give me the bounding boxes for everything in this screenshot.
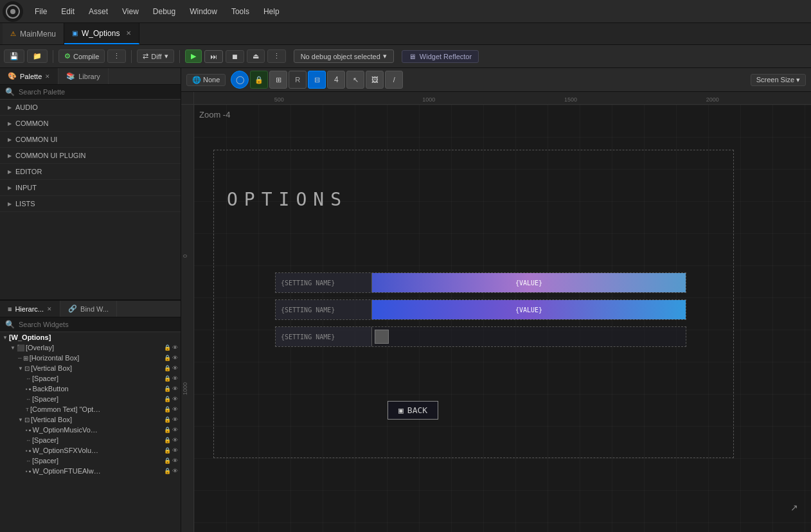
toolbar-separator-2 (131, 50, 132, 63)
palette-search-input[interactable] (19, 88, 175, 96)
widget-reflector-button[interactable]: 🖥 Widget Reflector (402, 50, 479, 63)
hier-item-spacer-4[interactable]: ↔ [Spacer] 🔒 👁 (0, 456, 181, 466)
hier-item-spacer-3[interactable]: ↔ [Spacer] 🔒 👁 (0, 435, 181, 445)
tab-close-icon[interactable]: ✕ (126, 30, 131, 37)
hier-item-overlay[interactable]: ▼ ⬛ [Overlay] 🔒 👁 (0, 342, 181, 353)
options-title: OPTIONS (227, 189, 348, 210)
palette-item-common-ui-plugin[interactable]: ▶ COMMON UI PLUGIN (0, 148, 181, 164)
search-icon: 🔍 (5, 320, 15, 329)
menu-window[interactable]: Window (183, 4, 224, 19)
resize-handle[interactable]: ↗ (790, 502, 798, 513)
lock-icon: 🔒 (164, 344, 171, 351)
tab-bind-widgets[interactable]: 🔗 Bind W... (60, 301, 117, 317)
menu-file[interactable]: File (28, 4, 53, 19)
palette-item-common[interactable]: ▶ COMMON (0, 116, 181, 132)
palette-item-input[interactable]: ▶ INPUT (0, 180, 181, 196)
save-button[interactable]: 💾 (4, 49, 24, 63)
debug-arrow-icon: ▾ (383, 52, 387, 60)
hier-item-spacer-2[interactable]: ↔ [Spacer] 🔒 👁 (0, 394, 181, 404)
tab-hierarchy[interactable]: ≡ Hierarc... ✕ (0, 301, 60, 317)
setting-name-3: {SETTING NAME} (276, 327, 372, 346)
r-button[interactable]: R (289, 71, 307, 89)
canvas-viewport[interactable]: Zoom -4 OPTIONS {SETTING NAME} {VALUE} {… (194, 105, 811, 532)
menu-help[interactable]: Help (257, 4, 286, 19)
palette-panel: 🎨 Palette ✕ 📚 Library 🔍 ▶ AUDIO (0, 68, 181, 301)
menu-asset[interactable]: Asset (82, 4, 114, 19)
circle-mode-button[interactable]: ◯ (231, 71, 249, 89)
tab-main-menu[interactable]: ⚠ MainMenu (3, 23, 64, 44)
hier-item-label: [Vertical Box] (31, 364, 72, 372)
hier-item-label: [W_Options] (9, 333, 51, 341)
tab-w-options[interactable]: ▣ W_Options ✕ (64, 23, 139, 44)
hier-item-label: [Spacer] (32, 375, 58, 382)
palette-item-label: AUDIO (15, 103, 38, 111)
compile-icon: ⚙ (64, 52, 71, 60)
palette-icon: 🎨 (8, 72, 17, 80)
hier-item-horizontal-box[interactable]: ─ ⊞ [Horizontal Box] 🔒 👁 (0, 353, 181, 363)
eject-button[interactable]: ⏏ (247, 49, 265, 63)
palette-tab-label: Palette (20, 73, 42, 80)
expand-icon: ↔ (26, 376, 31, 382)
hier-item-vertical-box-1[interactable]: ▼ ⊡ [Vertical Box] 🔒 👁 (0, 363, 181, 373)
screen-size-button[interactable]: Screen Size ▾ (751, 74, 806, 86)
play-button[interactable]: ▶ (185, 49, 202, 63)
setting-name-1: {SETTING NAME} (276, 273, 372, 292)
palette-item-editor[interactable]: ▶ EDITOR (0, 164, 181, 180)
debug-selector[interactable]: No debug object selected ▾ (294, 49, 394, 63)
hier-item-vertical-box-2[interactable]: ▼ ⊡ [Vertical Box] 🔒 👁 (0, 414, 181, 425)
monitor-icon: 🖥 (409, 53, 416, 60)
hier-item-label: [Spacer] (32, 457, 58, 465)
diff-label: Diff (151, 53, 161, 60)
slash-button[interactable]: / (385, 71, 403, 89)
menu-debug[interactable]: Debug (147, 4, 182, 19)
diff-icon: ⇄ (143, 52, 148, 60)
lock-icon: 🔒 (164, 437, 171, 443)
back-button-widget[interactable]: ▣ BACK (388, 401, 438, 420)
diff-button[interactable]: ⇄ Diff ▾ (137, 49, 174, 63)
menu-tools[interactable]: Tools (225, 4, 256, 19)
hier-item-spacer-1[interactable]: ↔ [Spacer] 🔒 👁 (0, 373, 181, 384)
eye-icon: 👁 (172, 344, 178, 351)
compile-options-button[interactable]: ⋮ (107, 49, 126, 63)
menu-edit[interactable]: Edit (55, 4, 81, 19)
eye-icon: 👁 (172, 406, 178, 412)
hierarchy-tab-close[interactable]: ✕ (47, 306, 52, 312)
palette-item-lists[interactable]: ▶ LISTS (0, 196, 181, 212)
hier-item-w-option-sfx[interactable]: ▪ ▪ W_OptionSFXVolu… 🔒 👁 (0, 445, 181, 456)
hier-item-w-options[interactable]: ▼ [W_Options] (0, 332, 181, 342)
globe-none-button[interactable]: 🌐 None (186, 74, 226, 86)
layout-button[interactable]: ⊞ (269, 71, 287, 89)
palette-item-common-ui[interactable]: ▶ COMMON UI (0, 132, 181, 148)
expand-icon: ↔ (26, 438, 31, 443)
hier-item-common-text[interactable]: T [Common Text] "Opt… 🔒 👁 (0, 404, 181, 414)
arrow-icon: ▶ (8, 153, 12, 159)
menu-view[interactable]: View (116, 4, 145, 19)
cursor-button[interactable]: ↖ (346, 71, 364, 89)
expand-icon: ▪ (26, 386, 28, 392)
lock-button[interactable]: 🔒 (250, 71, 268, 89)
palette-tab-close[interactable]: ✕ (45, 73, 50, 80)
palette-tab-bar: 🎨 Palette ✕ 📚 Library (0, 68, 181, 85)
ruler-v-mark-1: 1000 (182, 382, 188, 395)
content-browser-button[interactable]: 📁 (27, 49, 48, 63)
hier-item-w-option-music[interactable]: ▪ ▪ W_OptionMusicVo… 🔒 👁 (0, 425, 181, 435)
hierarchy-search-input[interactable] (19, 321, 175, 328)
palette-list: ▶ AUDIO ▶ COMMON ▶ COMMON UI ▶ COMMON UI… (0, 100, 181, 299)
palette-item-label: INPUT (15, 184, 37, 191)
step-button[interactable]: ⏭ (204, 50, 223, 63)
tab-library[interactable]: 📚 Library (58, 68, 109, 84)
grid-button[interactable]: ⊟ (308, 71, 326, 89)
more-button[interactable]: ⋮ (267, 49, 286, 63)
palette-item-audio[interactable]: ▶ AUDIO (0, 100, 181, 116)
grid-number: 4 (327, 71, 345, 89)
palette-item-label: COMMON (15, 120, 48, 127)
compile-button[interactable]: ⚙ Compile (58, 49, 105, 63)
tab-palette[interactable]: 🎨 Palette ✕ (0, 68, 58, 84)
hier-item-w-option-ftue[interactable]: ▪ ▪ W_OptionFTUEAlw… 🔒 👁 (0, 466, 181, 476)
stop-button[interactable]: ⏹ (226, 50, 244, 63)
toolbar-separator-1 (53, 50, 53, 63)
hierarchy-list: ▼ [W_Options] ▼ ⬛ [Overlay] 🔒 👁 ─ ⊞ [Hor… (0, 332, 181, 532)
eye-icon: 👁 (172, 457, 178, 464)
hier-item-back-button[interactable]: ▪ ▪ BackButton 🔒 👁 (0, 384, 181, 394)
image-button[interactable]: 🖼 (366, 71, 384, 89)
